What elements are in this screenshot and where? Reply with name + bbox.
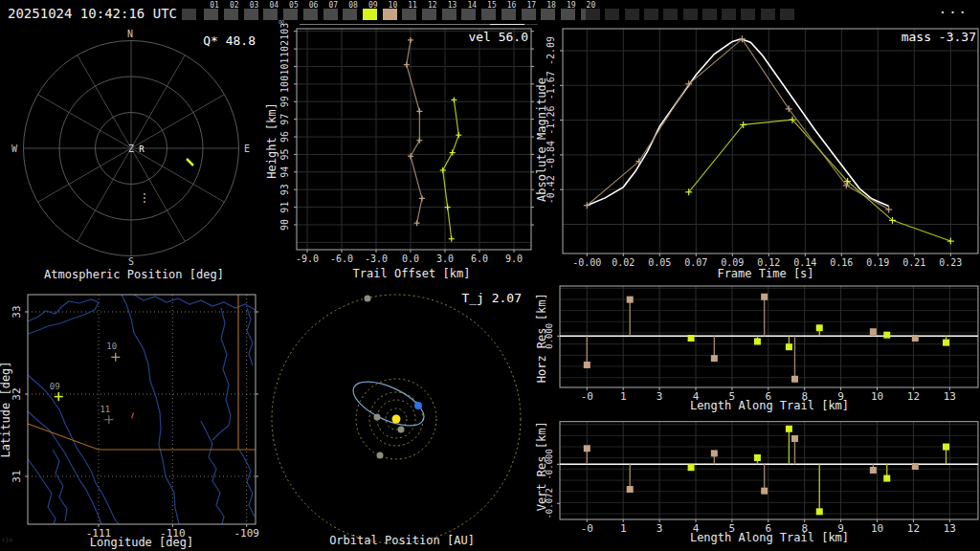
residual-marker-station09 bbox=[786, 343, 792, 350]
frame-thumb-empty[interactable] bbox=[702, 9, 717, 20]
frame-thumb-05[interactable] bbox=[283, 9, 298, 20]
plot-frame bbox=[297, 29, 531, 250]
frame-thumb-02[interactable] bbox=[224, 9, 238, 20]
x-tick-label: -3.0 bbox=[365, 253, 388, 264]
y-tick-label: 97 bbox=[279, 114, 290, 125]
plot-frame bbox=[560, 422, 978, 519]
x-tick-label: 3.0 bbox=[436, 253, 454, 264]
station-label-11: 11 bbox=[100, 405, 110, 414]
frame-thumb-19[interactable] bbox=[561, 9, 575, 20]
river-line bbox=[201, 421, 224, 524]
x-tick-label: -0 bbox=[581, 522, 593, 535]
frame-thumb-01[interactable] bbox=[204, 9, 218, 20]
frame-thumb-label: 05 bbox=[289, 1, 299, 10]
residual-marker-station09 bbox=[688, 464, 695, 471]
frame-thumb-08[interactable] bbox=[343, 9, 357, 20]
y-tick-label: 90 bbox=[279, 219, 290, 231]
river-line bbox=[122, 295, 179, 524]
series-station09 bbox=[689, 120, 951, 241]
y-axis-title: Absolute Magnitude bbox=[535, 77, 548, 202]
river-line bbox=[28, 459, 56, 524]
frame-thumb-18[interactable] bbox=[541, 9, 555, 20]
residual-marker-station10 bbox=[791, 435, 798, 442]
body-earth bbox=[414, 402, 422, 409]
x-tick-label: 12 bbox=[907, 522, 920, 535]
ground-map-panel: -111-110-109333231Longitude [deg]Latitud… bbox=[0, 285, 268, 551]
x-axis-title: Length Along Trail [km] bbox=[690, 531, 849, 544]
frame-thumb-empty[interactable] bbox=[722, 9, 736, 20]
y-tick-label: 96 bbox=[279, 131, 290, 143]
orbital-position-panel: T_j 2.07 Orbital Position [AU] bbox=[268, 285, 536, 551]
frame-thumb-label: 19 bbox=[567, 1, 576, 10]
frame-thumb-empty[interactable] bbox=[644, 9, 658, 20]
cardinal-east: E bbox=[244, 143, 250, 154]
light-curve-panel: -0.000.020.050.070.090.120.140.160.190.2… bbox=[536, 27, 980, 285]
y-tick-label: 94 bbox=[279, 166, 290, 178]
frame-thumb-12[interactable] bbox=[422, 9, 436, 20]
frame-scrubber-track[interactable] bbox=[300, 24, 490, 25]
frame-strip[interactable]: 0102030405060708091011121314151617181920 bbox=[0, 0, 980, 27]
frame-thumb-label: 11 bbox=[408, 1, 417, 10]
frame-thumb-13[interactable] bbox=[442, 9, 457, 20]
tisserand-stat: T_j 2.07 bbox=[461, 291, 522, 305]
station-label-10: 10 bbox=[106, 342, 117, 351]
frame-thumb-empty[interactable] bbox=[683, 9, 698, 20]
frame-thumb-14[interactable] bbox=[461, 9, 476, 20]
radiant-label: R bbox=[139, 144, 145, 154]
frame-thumb-06[interactable] bbox=[303, 9, 318, 20]
q-reciprocal-stat: Q* 48.8 bbox=[203, 33, 256, 48]
x-tick-label: 0.0 bbox=[402, 253, 419, 264]
atmospheric-position-title: Atmospheric Position [deg] bbox=[0, 268, 268, 281]
residual-marker-station09 bbox=[786, 426, 792, 432]
y-tick-label: 99 bbox=[279, 96, 290, 107]
series-station10 bbox=[407, 40, 422, 223]
x-tick-label: 6.0 bbox=[471, 253, 488, 264]
frame-thumb-17[interactable] bbox=[522, 9, 536, 20]
y-axis-title: Horz Res [km] bbox=[535, 293, 548, 383]
residual-marker-station10 bbox=[711, 355, 718, 362]
frame-thumb-label: 12 bbox=[428, 1, 437, 10]
y-axis-title: Height [km] bbox=[265, 102, 278, 178]
x-axis-title: Frame Time [s] bbox=[717, 267, 813, 280]
cardinal-west: W bbox=[11, 143, 18, 154]
x-axis-title: Length Along Trail [km] bbox=[690, 399, 849, 412]
y-tick-label: 31 bbox=[11, 470, 23, 482]
frame-thumb-07[interactable] bbox=[323, 9, 338, 20]
x-tick-label: 10 bbox=[871, 522, 883, 535]
horizontal-residuals-plot: -013456891012130.000Length Along Trail [… bbox=[536, 285, 980, 419]
x-tick-label: -6.0 bbox=[330, 253, 353, 264]
y-tick-label: 101 bbox=[279, 57, 290, 75]
meteor-streak-09 bbox=[187, 159, 193, 165]
frame-thumb-15[interactable] bbox=[481, 9, 496, 20]
frame-thumb-10[interactable] bbox=[383, 9, 397, 20]
residual-marker-station10 bbox=[711, 450, 718, 456]
frame-thumb-empty[interactable] bbox=[586, 9, 600, 20]
x-tick-label: 13 bbox=[944, 390, 956, 403]
frame-thumb-empty[interactable] bbox=[663, 9, 678, 20]
more-menu-button[interactable]: ... bbox=[939, 1, 969, 16]
frame-thumb-03[interactable] bbox=[244, 9, 258, 20]
residual-marker-station10 bbox=[627, 297, 634, 303]
frame-thumb-blank[interactable] bbox=[182, 9, 196, 20]
top-bar: 20251024 10:42:16 UTC 010203040506070809… bbox=[0, 0, 980, 27]
frame-thumb-09[interactable] bbox=[363, 9, 377, 20]
x-tick-label: -0.00 bbox=[572, 257, 601, 268]
frame-thumb-label: 14 bbox=[467, 1, 477, 10]
residual-marker-station10 bbox=[584, 362, 590, 368]
frame-thumb-empty[interactable] bbox=[761, 9, 775, 20]
frame-thumb-16[interactable] bbox=[501, 9, 516, 20]
frame-thumb-04[interactable] bbox=[263, 9, 278, 20]
frame-thumb-empty[interactable] bbox=[780, 9, 794, 20]
frame-thumb-11[interactable] bbox=[402, 9, 416, 20]
residual-marker-station10 bbox=[791, 376, 798, 383]
sun-marker bbox=[392, 415, 401, 424]
frame-thumb-empty[interactable] bbox=[625, 9, 639, 20]
frame-thumb-empty[interactable] bbox=[605, 9, 619, 20]
frame-thumb-empty[interactable] bbox=[741, 9, 755, 20]
frame-scrubber-thumb[interactable] bbox=[490, 24, 524, 25]
residual-marker-station09 bbox=[754, 338, 761, 344]
solar-system-orbit-plot bbox=[268, 285, 536, 551]
x-tick-label: 0.23 bbox=[939, 257, 962, 268]
y-tick-label: 33 bbox=[11, 305, 23, 318]
map-watermark: cju bbox=[2, 536, 12, 542]
